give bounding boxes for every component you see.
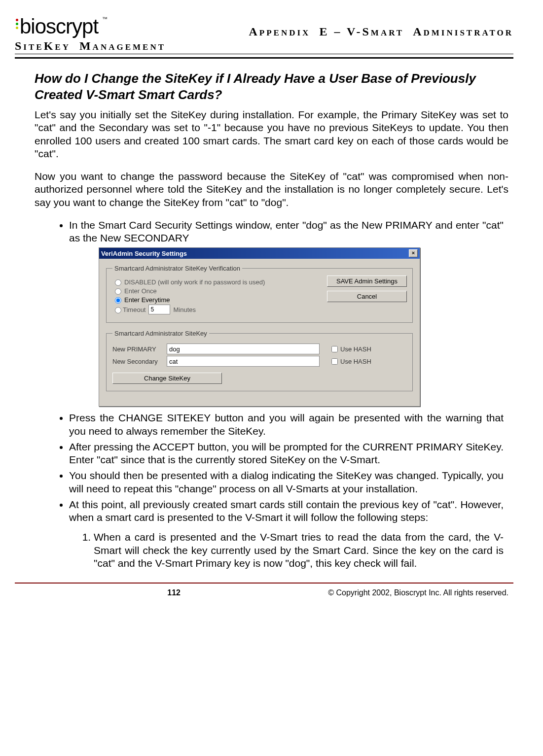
- new-secondary-label: New Secondary: [112, 358, 167, 365]
- radio-label: Timeout: [123, 306, 145, 313]
- page-header: bioscrypt™ APPENDIX E – V-SMART ADMINIST…: [15, 15, 513, 38]
- security-settings-dialog: VeriAdmin Security Settings × SAVE Admin…: [99, 247, 420, 407]
- timeout-unit-label: Minutes: [173, 306, 196, 313]
- cancel-button[interactable]: Cancel: [327, 291, 407, 302]
- page-footer: 112 © Copyright 2002, Bioscrypt Inc. All…: [15, 585, 513, 597]
- close-icon[interactable]: ×: [409, 249, 418, 257]
- change-sitekey-button[interactable]: Change SiteKey: [112, 373, 222, 384]
- save-admin-settings-button[interactable]: SAVE Admin Settings: [327, 275, 407, 287]
- sitekey-group: Smartcard Administrator SiteKey New PRIM…: [106, 330, 413, 391]
- timeout-input[interactable]: [148, 305, 170, 314]
- checkbox-label: Use HASH: [340, 358, 371, 365]
- bullet-item: Press the CHANGE SITEKEY button and you …: [69, 412, 508, 438]
- radio-disabled[interactable]: [115, 279, 121, 286]
- page-title: How do I Change the SiteKey if I Already…: [15, 70, 513, 103]
- radio-timeout[interactable]: [115, 307, 121, 313]
- radio-label: Enter Everytime: [124, 296, 170, 304]
- intro-text: Let's say you initially set the SiteKey …: [15, 108, 513, 209]
- bullet-item: In the Smart Card Security Settings wind…: [69, 219, 508, 245]
- bullet-item: After pressing the ACCEPT button, you wi…: [69, 441, 508, 467]
- checkbox-label: Use HASH: [340, 345, 371, 353]
- dialog-titlebar: VeriAdmin Security Settings ×: [99, 248, 420, 259]
- section-heading: SITEKEY MANAGEMENT: [15, 39, 513, 53]
- group-legend: Smartcard Administrator SiteKey: [112, 330, 209, 337]
- copyright-text: © Copyright 2002, Bioscrypt Inc. All rig…: [328, 588, 508, 597]
- bullet-item: At this point, all previously created sm…: [69, 498, 508, 524]
- radio-label: Enter Once: [124, 287, 157, 295]
- group-legend: Smartcard Administrator SiteKey Verifica…: [112, 265, 242, 272]
- new-primary-label: New PRIMARY: [112, 345, 167, 353]
- logo: bioscrypt™: [15, 15, 98, 38]
- radio-label: DISABLED (will only work if no password …: [124, 278, 265, 286]
- dialog-title: VeriAdmin Security Settings: [101, 250, 187, 257]
- use-hash-secondary-checkbox[interactable]: [331, 358, 338, 365]
- new-primary-input[interactable]: [167, 344, 320, 354]
- radio-enter-once[interactable]: [115, 288, 121, 295]
- radio-enter-everytime[interactable]: [115, 297, 121, 304]
- page-number: 112: [20, 588, 328, 597]
- trademark-icon: ™: [102, 16, 107, 22]
- appendix-heading: APPENDIX E – V-SMART ADMINISTRATOR: [249, 25, 513, 38]
- new-secondary-input[interactable]: [167, 356, 320, 367]
- numbered-item: When a card is presented and the V-Smart…: [94, 531, 508, 570]
- logo-text: bioscrypt: [20, 15, 98, 38]
- bullet-item: You should then be presented with a dial…: [69, 469, 508, 495]
- logo-dots-icon: [15, 19, 20, 34]
- use-hash-primary-checkbox[interactable]: [331, 346, 338, 352]
